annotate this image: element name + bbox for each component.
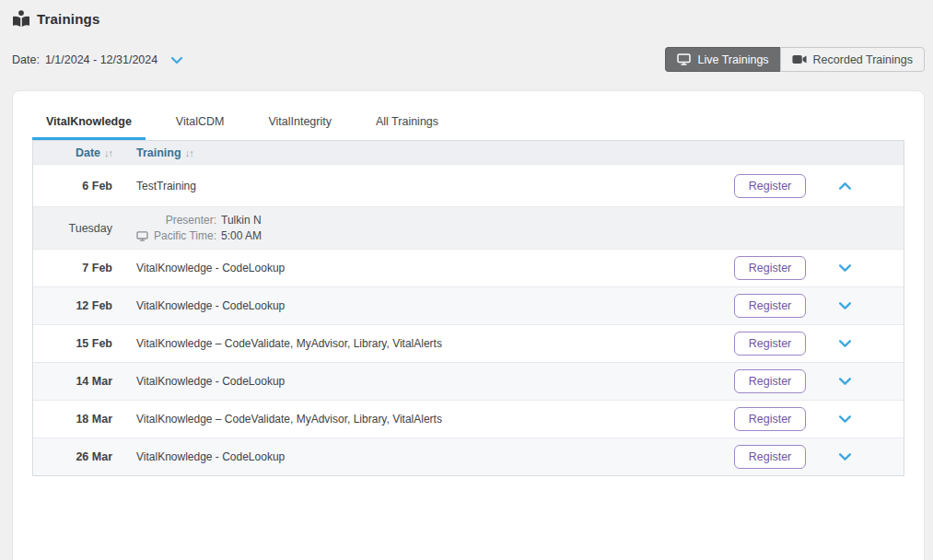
row-actions: Register xyxy=(285,445,904,469)
presenter-value: Tulkin N xyxy=(221,214,262,227)
register-button[interactable]: Register xyxy=(734,174,806,198)
register-button[interactable]: Register xyxy=(734,445,806,469)
chevron-down-icon[interactable] xyxy=(837,414,852,424)
tab-label: All Trainings xyxy=(376,115,438,128)
row-training: VitalKnowledge - CodeLookup xyxy=(125,299,285,312)
recorded-trainings-label: Recorded Trainings xyxy=(813,53,913,66)
trainings-table: Date↓↑ Training↓↑ 6 Feb TestTraining Reg… xyxy=(32,140,904,476)
table-row: 26 Mar VitalKnowledge - CodeLookup Regis… xyxy=(33,438,904,475)
table-header-row: Date↓↑ Training↓↑ xyxy=(33,141,904,164)
title-row: Trainings xyxy=(12,10,925,28)
row-actions: Register xyxy=(196,174,904,198)
time-value: 5:00 AM xyxy=(221,229,262,242)
chevron-up-icon[interactable] xyxy=(837,181,852,191)
presenter-label: Presenter: xyxy=(136,214,216,227)
tab-all-trainings[interactable]: All Trainings xyxy=(362,110,452,140)
live-trainings-button[interactable]: Live Trainings xyxy=(665,47,779,72)
date-column-label: Date xyxy=(76,146,100,159)
sort-icon[interactable]: ↓↑ xyxy=(104,147,112,158)
filter-row: Date: 1/1/2024 - 12/31/2024 Live Trainin… xyxy=(12,47,925,72)
row-training: VitalKnowledge - CodeLookup xyxy=(125,262,285,274)
table-row: 18 Mar VitalKnowledge – CodeValidate, My… xyxy=(33,400,904,438)
row-actions: Register xyxy=(285,256,904,280)
row-actions: Register xyxy=(442,407,904,431)
chevron-down-icon[interactable] xyxy=(837,339,852,348)
row-date: 6 Feb xyxy=(33,180,125,192)
table-row-details: Tuesday Presenter: Tulkin N Pacific Time… xyxy=(33,206,904,249)
date-filter-label: Date: xyxy=(12,53,40,66)
chevron-down-icon[interactable] xyxy=(837,301,852,310)
table-row: 14 Mar VitalKnowledge - CodeLookup Regis… xyxy=(33,362,904,400)
date-filter-value: 1/1/2024 - 12/31/2024 xyxy=(45,53,157,66)
table-body: 6 Feb TestTraining Register Tuesday Pres… xyxy=(33,164,904,475)
monitor-icon xyxy=(677,53,691,65)
sort-icon[interactable]: ↓↑ xyxy=(185,147,193,158)
row-training: VitalKnowledge – CodeValidate, MyAdvisor… xyxy=(125,337,442,350)
table-row: 12 Feb VitalKnowledge - CodeLookup Regis… xyxy=(33,286,904,324)
training-column-label: Training xyxy=(136,146,181,159)
table-row: 7 Feb VitalKnowledge - CodeLookup Regist… xyxy=(33,249,904,286)
time-zone-label: Pacific Time: xyxy=(154,229,216,242)
column-header-training[interactable]: Training↓↑ xyxy=(125,146,193,159)
tab-vitalknowledge[interactable]: VitalKnowledge xyxy=(32,110,146,140)
product-tabs: VitalKnowledgeVitalCDMVitalIntegrityAll … xyxy=(32,110,904,140)
trainings-view-toggle: Live Trainings Recorded Trainings xyxy=(665,47,925,72)
video-camera-icon xyxy=(792,54,807,64)
row-detail-content: Presenter: Tulkin N Pacific Time: 5:00 A… xyxy=(125,214,262,242)
chevron-down-icon[interactable] xyxy=(837,377,852,386)
page-title: Trainings xyxy=(37,11,99,27)
tab-label: VitalCDM xyxy=(176,115,225,128)
page-header: Trainings Date: 1/1/2024 - 12/31/2024 Li… xyxy=(0,0,933,72)
tab-vitalcdm[interactable]: VitalCDM xyxy=(162,110,239,140)
trainings-card: VitalKnowledgeVitalCDMVitalIntegrityAll … xyxy=(12,90,925,560)
register-button[interactable]: Register xyxy=(734,369,806,393)
register-button[interactable]: Register xyxy=(734,294,806,318)
row-date: 7 Feb xyxy=(33,262,125,274)
chevron-down-icon[interactable] xyxy=(170,56,183,64)
register-button[interactable]: Register xyxy=(734,256,806,280)
row-date: 15 Feb xyxy=(33,337,125,350)
row-training: TestTraining xyxy=(125,180,196,192)
row-actions: Register xyxy=(285,294,904,318)
live-trainings-label: Live Trainings xyxy=(697,53,768,66)
register-button[interactable]: Register xyxy=(734,407,806,431)
row-day: Tuesday xyxy=(33,222,125,235)
column-header-date[interactable]: Date↓↑ xyxy=(33,146,125,159)
monitor-icon xyxy=(136,231,148,241)
row-date: 12 Feb xyxy=(33,299,125,312)
row-training: VitalKnowledge - CodeLookup xyxy=(125,450,285,463)
chevron-down-icon[interactable] xyxy=(837,452,852,461)
recorded-trainings-button[interactable]: Recorded Trainings xyxy=(780,47,925,72)
row-date: 14 Mar xyxy=(33,375,125,388)
row-date: 18 Mar xyxy=(33,413,125,426)
tab-label: VitalKnowledge xyxy=(46,115,132,128)
table-row: 15 Feb VitalKnowledge – CodeValidate, My… xyxy=(33,324,904,362)
row-actions: Register xyxy=(442,332,904,356)
row-actions: Register xyxy=(285,369,904,393)
date-range-filter[interactable]: Date: 1/1/2024 - 12/31/2024 xyxy=(12,53,183,66)
tab-vitalintegrity[interactable]: VitalIntegrity xyxy=(254,110,345,140)
row-training: VitalKnowledge – CodeValidate, MyAdvisor… xyxy=(125,413,442,426)
tab-label: VitalIntegrity xyxy=(268,115,332,128)
chevron-down-icon[interactable] xyxy=(837,263,852,273)
register-button[interactable]: Register xyxy=(734,332,806,356)
table-row: 6 Feb TestTraining Register xyxy=(33,164,904,206)
row-training: VitalKnowledge - CodeLookup xyxy=(125,375,285,388)
book-reader-icon xyxy=(12,10,30,28)
row-date: 26 Mar xyxy=(33,450,125,463)
